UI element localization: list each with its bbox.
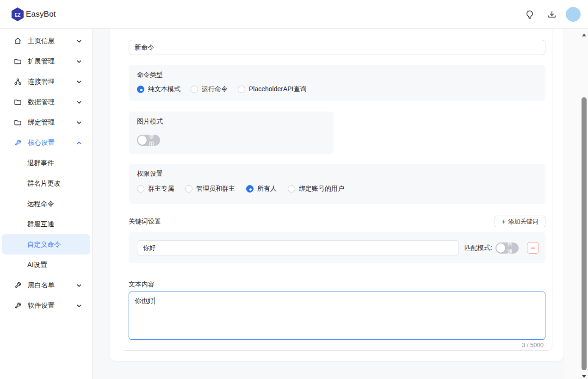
radio-admin-and-owner[interactable]: 管理员和群主 <box>185 185 235 193</box>
match-mode-label: 匹配模式: <box>464 244 492 252</box>
sidebar-subitem-label: 自定义命令 <box>27 240 61 249</box>
scrollbar-thumb[interactable] <box>582 97 587 370</box>
chevron-down-icon <box>76 99 82 105</box>
toggle-knob <box>496 243 505 253</box>
sidebar-subitem-custom-command[interactable]: 自定义命令 <box>2 234 90 255</box>
toggle-knob <box>138 136 147 145</box>
sidebar-subitem-remote-command[interactable]: 远程命令 <box>2 193 90 214</box>
sidebar-item-core-settings[interactable]: 核心设置 <box>0 132 92 153</box>
radio-dot <box>137 185 144 193</box>
toggle-state-label: 普通 <box>507 240 518 256</box>
char-counter: 3 / 5000 <box>522 342 544 348</box>
command-form-panel: 命令类型 纯文本模式 运行命令 PlaceholderAPI查询 图片模式 <box>121 29 552 351</box>
image-mode-label: 图片模式 <box>137 118 163 126</box>
chevron-up-icon <box>76 140 82 145</box>
text-cursor <box>155 297 155 304</box>
theme-lightbulb-button[interactable] <box>525 10 535 20</box>
chevron-down-icon <box>76 282 82 288</box>
sidebar-item-extension-mgmt[interactable]: 扩展管理 <box>0 51 92 71</box>
radio-run-command[interactable]: 运行命令 <box>191 85 228 93</box>
radio-plain-text-mode[interactable]: 纯文本模式 <box>137 85 180 93</box>
sidebar-item-label: 核心设置 <box>28 138 76 147</box>
sidebar-item-blacklist-whitelist[interactable]: 黑白名单 <box>0 275 92 295</box>
vertical-scrollbar[interactable] <box>580 29 588 379</box>
sidebar-subitem-group-server-link[interactable]: 群服互通 <box>2 214 90 234</box>
wrench-icon <box>14 302 22 310</box>
radio-label: 管理员和群主 <box>196 185 235 193</box>
plus-icon: + <box>502 218 506 225</box>
sidebar-item-software-settings[interactable]: 软件设置 <box>0 295 92 316</box>
sidebar-subitem-quit-group-event[interactable]: 退群事件 <box>2 153 90 173</box>
text-content-textarea[interactable]: 你也好 <box>129 292 545 340</box>
radio-placeholderapi-query[interactable]: PlaceholderAPI查询 <box>238 85 307 93</box>
sidebar-subitem-label: 群名片更改 <box>27 179 61 188</box>
radio-bound-account-users[interactable]: 绑定账号的用户 <box>288 185 344 193</box>
add-keyword-button-label: 添加关键词 <box>508 217 538 226</box>
radio-dot <box>185 185 192 193</box>
radio-owner-only[interactable]: 群主专属 <box>137 185 174 193</box>
chevron-down-icon <box>76 79 82 84</box>
scroll-down-arrow[interactable] <box>582 373 587 378</box>
radio-label: 绑定账号的用户 <box>299 185 344 193</box>
chevron-down-icon <box>76 303 82 308</box>
permission-section: 权限设置 群主专属 管理员和群主 所有人 绑定账号的用户 <box>129 164 545 204</box>
svg-text:EZ: EZ <box>15 12 21 18</box>
command-name-input[interactable] <box>129 40 545 55</box>
radio-label: PlaceholderAPI查询 <box>249 85 307 93</box>
chevron-down-icon <box>76 58 82 64</box>
folder-icon <box>14 98 22 106</box>
nodes-icon <box>14 78 22 86</box>
sidebar-item-binding-mgmt[interactable]: 绑定管理 <box>0 112 92 132</box>
sidebar-subitem-label: AI设置 <box>27 261 47 269</box>
image-mode-section: 图片模式 禁用 <box>129 112 334 154</box>
folder-icon <box>14 118 22 126</box>
main-content: 命令类型 纯文本模式 运行命令 PlaceholderAPI查询 图片模式 <box>93 29 564 379</box>
keywords-label: 关键词设置 <box>129 217 161 226</box>
radio-dot <box>246 185 254 193</box>
sidebar-item-label: 黑白名单 <box>28 281 76 290</box>
sidebar-subitem-label: 远程命令 <box>27 199 54 208</box>
radio-dot <box>191 86 198 93</box>
sidebar-item-label: 绑定管理 <box>28 118 76 127</box>
sidebar-subitem-label: 群服互通 <box>27 220 54 229</box>
sidebar-subitem-ai-settings[interactable]: AI设置 <box>2 255 90 275</box>
radio-dot <box>238 86 245 93</box>
wrench-icon <box>14 139 22 147</box>
sidebar-subitem-label: 退群事件 <box>27 159 54 168</box>
radio-dot <box>137 86 144 93</box>
easybot-logo-icon: EZ <box>10 7 25 22</box>
toggle-state-label: 禁用 <box>149 132 159 148</box>
remove-keyword-button[interactable] <box>527 242 539 254</box>
wrench-icon <box>14 281 22 289</box>
sidebar-subitem-group-card-change[interactable]: 群名片更改 <box>2 173 90 193</box>
radio-label: 纯文本模式 <box>148 85 180 93</box>
text-content-value: 你也好 <box>135 297 154 304</box>
radio-dot <box>288 185 295 193</box>
permission-label: 权限设置 <box>137 170 163 178</box>
chevron-down-icon <box>76 119 82 125</box>
scroll-up-arrow[interactable] <box>582 31 587 36</box>
command-type-label: 命令类型 <box>137 71 163 79</box>
sidebar-item-label: 扩展管理 <box>28 57 76 66</box>
match-mode-toggle[interactable]: 普通 <box>495 242 519 254</box>
sidebar-nav: 主页信息 扩展管理 连接管理 <box>0 29 93 379</box>
radio-everyone[interactable]: 所有人 <box>246 185 277 193</box>
user-avatar[interactable] <box>566 7 581 22</box>
app-header: EZ EasyBot <box>0 0 588 29</box>
add-keyword-button[interactable]: + 添加关键词 <box>495 216 545 227</box>
command-type-section: 命令类型 纯文本模式 运行命令 PlaceholderAPI查询 <box>129 65 545 101</box>
command-type-radio-group: 纯文本模式 运行命令 PlaceholderAPI查询 <box>137 85 307 93</box>
radio-label: 群主专属 <box>148 185 174 193</box>
image-mode-toggle[interactable]: 禁用 <box>137 135 160 146</box>
sidebar-item-data-mgmt[interactable]: 数据管理 <box>0 92 92 112</box>
permission-radio-group: 群主专属 管理员和群主 所有人 绑定账号的用户 <box>137 185 344 193</box>
home-icon <box>14 37 22 45</box>
keyword-row-section: 匹配模式: 普通 <box>129 232 545 263</box>
chevron-down-icon <box>76 38 82 43</box>
sidebar-item-connection-mgmt[interactable]: 连接管理 <box>0 71 92 92</box>
folder-icon <box>14 57 22 65</box>
sidebar-item-home-info[interactable]: 主页信息 <box>0 31 92 51</box>
keyword-input[interactable] <box>137 240 459 255</box>
download-button[interactable] <box>547 10 557 20</box>
sidebar-item-label: 软件设置 <box>28 301 76 310</box>
